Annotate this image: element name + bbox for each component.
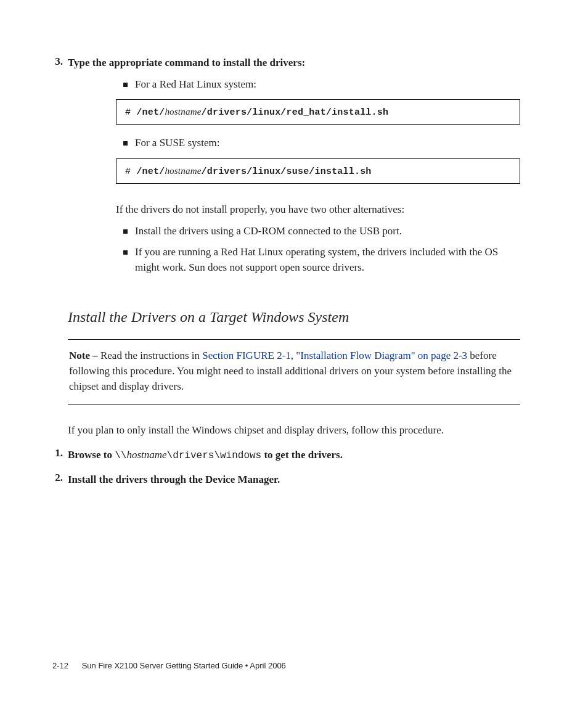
square-bullet-icon [123,229,128,234]
win-step-2: 2. Install the drivers through the Devic… [49,472,520,488]
section-title: Install the Drivers on a Target Windows … [68,309,520,326]
bullet-text: For a SUSE system: [135,136,219,151]
alternatives-list: Install the drivers using a CD-ROM conne… [123,224,520,276]
alt-text: If you are running a Red Hat Linux opera… [135,245,520,275]
prompt-hash: # [125,166,131,177]
step-text: Type the appropriate command to install … [68,55,305,71]
path-hostname: hostname [126,449,166,461]
step-post: to get the drivers. [261,449,343,461]
page-footer: 2-12 Sun Fire X2100 Server Getting Start… [52,661,286,670]
code-line: # /net/hostname/drivers/linux/red_hat/in… [125,107,388,118]
win-step-1: 1. Browse to \\hostname\drivers\windows … [49,447,520,463]
code-box-suse: # /net/hostname/drivers/linux/suse/insta… [116,158,520,184]
page-number: 2-12 [52,661,68,670]
step-pre: Browse to [68,449,115,461]
note-pre: Read the instructions in [100,350,202,361]
step-body: Install the drivers through the Device M… [68,472,280,488]
step-number: 3. [49,55,63,71]
code-seg: /net/ [136,166,165,177]
code-line: # /net/hostname/drivers/linux/suse/insta… [125,166,372,177]
prompt-hash: # [125,107,131,118]
footer-title: Sun Fire X2100 Server Getting Started Gu… [82,661,286,670]
square-bullet-icon [123,250,128,255]
plan-paragraph: If you plan to only install the Windows … [68,423,520,438]
code-hostname: hostname [165,107,201,117]
bullet-text: For a Red Hat Linux system: [135,77,256,92]
square-bullet-icon [123,83,128,87]
square-bullet-icon [123,141,128,146]
code-box-redhat: # /net/hostname/drivers/linux/red_hat/in… [116,99,520,125]
alt-item-1: Install the drivers using a CD-ROM conne… [123,224,520,239]
alternatives-intro: If the drivers do not install properly, … [116,202,520,218]
alt-text: Install the drivers using a CD-ROM conne… [135,224,402,239]
step-body: Browse to \\hostname\drivers\windows to … [68,447,343,463]
note-link[interactable]: Section FIGURE 2-1, "Installation Flow D… [202,350,467,361]
code-seg: /drivers/linux/red_hat/install.sh [202,107,389,118]
sub-bullet-list: For a Red Hat Linux system: [123,77,520,92]
path-a: \\ [115,450,126,461]
code-hostname: hostname [165,166,201,176]
bullet-suse: For a SUSE system: [123,136,520,151]
step-number: 2. [49,472,63,488]
note-box: Note – Read the instructions in Section … [68,339,520,404]
step-3: 3. Type the appropriate command to insta… [49,55,520,71]
bullet-redhat: For a Red Hat Linux system: [123,77,520,92]
code-seg: /drivers/linux/suse/install.sh [202,166,372,177]
code-seg: /net/ [136,107,165,118]
sub-bullet-list: For a SUSE system: [123,136,520,151]
path-c: \drivers\windows [167,450,262,461]
alt-item-2: If you are running a Red Hat Linux opera… [123,245,520,275]
note-label: Note – [69,350,100,361]
note-line: Note – Read the instructions in Section … [69,350,512,392]
step-number: 1. [49,447,63,463]
